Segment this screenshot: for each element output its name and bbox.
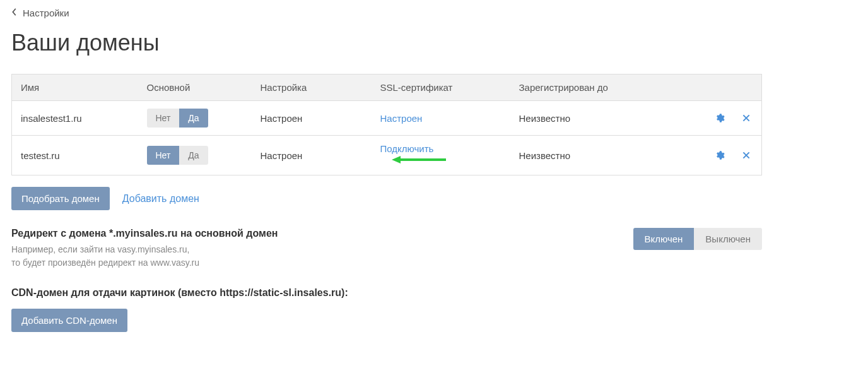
redirect-hint: Например, если зайти на vasy.myinsales.r… — [11, 243, 621, 270]
breadcrumb[interactable]: Настройки — [11, 8, 857, 18]
table-row: insalestest1.ru Нет Да Настроен Настроен… — [12, 101, 762, 136]
gear-icon[interactable] — [713, 149, 726, 162]
toggle-yes-button[interactable]: Да — [179, 109, 208, 128]
close-icon[interactable] — [740, 112, 753, 124]
cdn-title: CDN-домен для отдачи картинок (вместо ht… — [11, 287, 762, 299]
close-icon[interactable] — [740, 149, 753, 162]
th-name: Имя — [12, 74, 138, 101]
page-title: Ваши домены — [11, 30, 857, 56]
toggle-no-button[interactable]: Нет — [147, 146, 180, 165]
arrow-left-icon — [390, 154, 447, 167]
th-primary: Основной — [138, 74, 252, 101]
table-row: testest.ru Нет Да Настроен Подключить Не… — [12, 136, 762, 175]
th-registered: Зарегистрирован до — [510, 74, 693, 101]
toggle-no-button[interactable]: Нет — [147, 109, 180, 128]
redirect-title: Редирект с домена *.myinsales.ru на осно… — [11, 228, 621, 239]
chevron-left-icon — [11, 8, 18, 18]
ssl-connect-link[interactable]: Подключить — [380, 143, 434, 154]
config-status: Настроен — [252, 136, 372, 175]
registered-until: Неизвестно — [510, 101, 693, 136]
registered-until: Неизвестно — [510, 136, 693, 175]
add-cdn-domain-button[interactable]: Добавить CDN-домен — [11, 309, 127, 332]
th-ssl: SSL-сертификат — [372, 74, 510, 101]
th-config: Настройка — [252, 74, 372, 101]
config-status: Настроен — [252, 101, 372, 136]
redirect-on-button[interactable]: Включен — [633, 228, 695, 250]
domain-name: insalestest1.ru — [12, 101, 138, 136]
domains-table: Имя Основной Настройка SSL-сертификат За… — [11, 74, 762, 175]
breadcrumb-label: Настройки — [23, 8, 69, 18]
redirect-toggle: Включен Выключен — [633, 228, 763, 250]
primary-toggle: Нет Да — [147, 146, 208, 165]
redirect-off-button[interactable]: Выключен — [694, 228, 762, 250]
gear-icon[interactable] — [713, 112, 726, 124]
add-domain-link[interactable]: Добавить домен — [122, 193, 199, 205]
pick-domain-button[interactable]: Подобрать домен — [11, 187, 110, 210]
svg-marker-3 — [392, 156, 401, 163]
domain-name: testest.ru — [12, 136, 138, 175]
primary-toggle: Нет Да — [147, 109, 208, 128]
ssl-status-link[interactable]: Настроен — [380, 113, 423, 124]
toggle-yes-button[interactable]: Да — [179, 146, 208, 165]
